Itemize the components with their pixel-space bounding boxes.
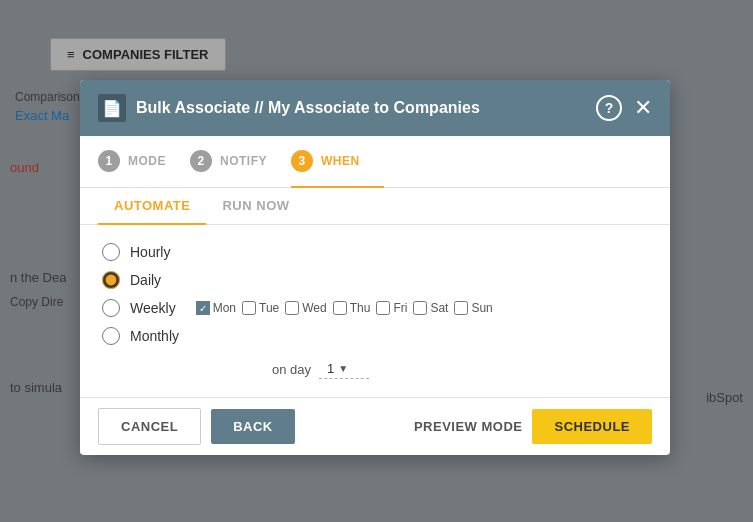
day-thu-group: Thu [333,301,371,315]
radio-row-daily: Daily [102,271,648,289]
day-sun-label: Sun [471,301,492,315]
day-thu-label: Thu [350,301,371,315]
day-sun-group: Sun [454,301,492,315]
day-tue-label: Tue [259,301,279,315]
document-icon: 📄 [98,94,126,122]
on-day-text: on day [272,362,311,377]
modal-title: Bulk Associate // My Associate to Compan… [136,99,480,117]
day-fri-label: Fri [393,301,407,315]
modal-header: 📄 Bulk Associate // My Associate to Comp… [80,80,670,136]
modal-footer: CANCEL BACK PREVIEW MODE SCHEDULE [80,397,670,455]
step-3-circle: 3 [291,150,313,172]
day-mon-group: Mon [196,301,236,315]
radio-row-monthly: Monthly [102,327,648,345]
steps-bar: 1 MODE 2 NOTIFY 3 WHEN [80,136,670,188]
day-dropdown[interactable]: 1 ▼ [319,359,369,379]
close-button[interactable]: ✕ [634,97,652,119]
radio-weekly[interactable] [102,299,120,317]
step-2-circle: 2 [190,150,212,172]
on-day-row: on day 1 ▼ [272,359,648,379]
step-3-label: WHEN [321,154,360,168]
day-tue-group: Tue [242,301,279,315]
radio-monthly[interactable] [102,327,120,345]
modal-header-left: 📄 Bulk Associate // My Associate to Comp… [98,94,480,122]
day-sat-group: Sat [413,301,448,315]
checkbox-tue[interactable] [242,301,256,315]
preview-mode-button[interactable]: PREVIEW MODE [414,419,523,434]
help-button[interactable]: ? [596,95,622,121]
day-fri-group: Fri [376,301,407,315]
day-dropdown-value: 1 [327,361,334,376]
radio-hourly-label: Hourly [130,244,170,260]
checkbox-sat[interactable] [413,301,427,315]
radio-options: Hourly Daily Weekly Mon Tue [102,243,648,379]
step-notify[interactable]: 2 NOTIFY [190,136,291,188]
cancel-button[interactable]: CANCEL [98,408,201,445]
radio-hourly[interactable] [102,243,120,261]
bulk-associate-modal: 📄 Bulk Associate // My Associate to Comp… [80,80,670,455]
radio-daily-label: Daily [130,272,161,288]
radio-row-hourly: Hourly [102,243,648,261]
tab-automate[interactable]: AUTOMATE [98,188,206,225]
back-button[interactable]: BACK [211,409,295,444]
day-sat-label: Sat [430,301,448,315]
day-wed-group: Wed [285,301,326,315]
modal-body: Hourly Daily Weekly Mon Tue [80,225,670,397]
checkbox-wed[interactable] [285,301,299,315]
step-1-label: MODE [128,154,166,168]
step-when[interactable]: 3 WHEN [291,136,384,188]
day-wed-label: Wed [302,301,326,315]
checkbox-thu[interactable] [333,301,347,315]
checkbox-sun[interactable] [454,301,468,315]
checkbox-mon[interactable] [196,301,210,315]
step-mode[interactable]: 1 MODE [98,136,190,188]
radio-weekly-label: Weekly [130,300,176,316]
day-checkboxes: Mon Tue Wed Thu [196,301,493,315]
radio-monthly-label: Monthly [130,328,179,344]
radio-daily[interactable] [102,271,120,289]
tab-run-now[interactable]: RUN NOW [206,188,305,225]
schedule-button[interactable]: SCHEDULE [532,409,652,444]
tab-bar: AUTOMATE RUN NOW [80,188,670,225]
chevron-down-icon: ▼ [338,363,348,374]
step-1-circle: 1 [98,150,120,172]
radio-row-weekly: Weekly Mon Tue Wed [102,299,648,317]
checkbox-fri[interactable] [376,301,390,315]
modal-header-actions: ? ✕ [596,95,652,121]
day-mon-label: Mon [213,301,236,315]
step-2-label: NOTIFY [220,154,267,168]
